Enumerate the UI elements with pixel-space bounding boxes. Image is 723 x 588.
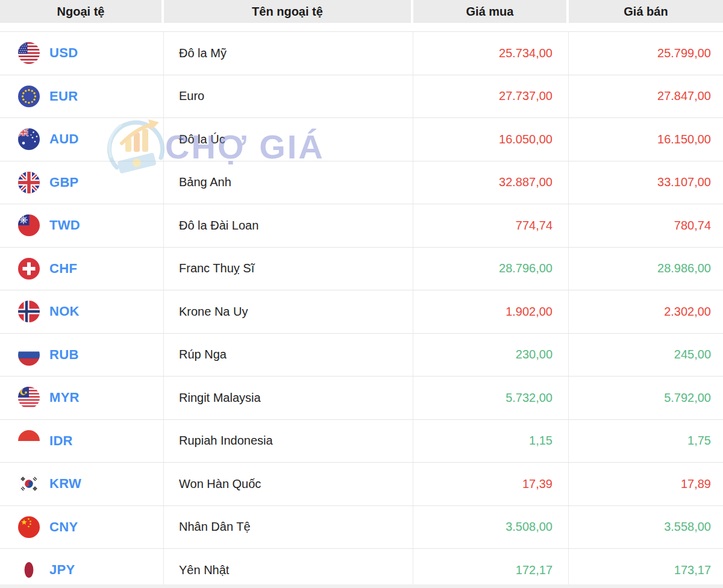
buy-price-cell: 28.796,00 bbox=[413, 248, 569, 290]
sell-price: 16.150,00 bbox=[657, 133, 711, 146]
sell-price: 173,17 bbox=[674, 563, 711, 577]
cny-flag-icon bbox=[18, 516, 40, 538]
currency-cell: USD bbox=[0, 32, 164, 75]
sell-price: 28.986,00 bbox=[657, 261, 711, 275]
gbp-flag-icon bbox=[18, 172, 40, 193]
currency-cell: RUB bbox=[0, 334, 164, 377]
currency-name-cell: Nhân Dân Tệ bbox=[164, 506, 413, 549]
sell-price: 780,74 bbox=[674, 219, 711, 233]
buy-price-cell: 16.050,00 bbox=[413, 118, 569, 161]
sell-price: 1,75 bbox=[687, 434, 711, 448]
currency-code: CHF bbox=[49, 261, 77, 277]
twd-flag-icon bbox=[18, 214, 40, 236]
currency-name-cell: Đô la Mỹ bbox=[164, 32, 413, 75]
currency-name-cell: Yên Nhật bbox=[164, 549, 413, 588]
sell-price: 17,89 bbox=[681, 477, 711, 491]
currency-name: Euro bbox=[179, 89, 204, 103]
sell-price: 2.302,00 bbox=[664, 305, 711, 319]
sell-price: 3.558,00 bbox=[664, 520, 711, 534]
currency-code: IDR bbox=[49, 433, 73, 449]
currency-code: AUD bbox=[49, 131, 79, 147]
table-row: IDR Rupiah Indonesia 1,15 1,75 bbox=[0, 419, 723, 463]
table-row: EUR Euro 27.737,00 27.847,00 bbox=[0, 75, 723, 118]
currency-cell: KRW bbox=[0, 463, 164, 505]
currency-code: MYR bbox=[49, 390, 80, 405]
table-row: NOK Krone Na Uy 1.902,00 2.302,00 bbox=[0, 290, 723, 333]
next-row-sliver bbox=[0, 584, 723, 588]
currency-code: CNY bbox=[49, 519, 78, 535]
currency-name: Đô la Mỹ bbox=[179, 46, 227, 60]
nok-flag-icon bbox=[18, 301, 40, 322]
currency-name-cell: Bảng Anh bbox=[164, 161, 413, 204]
buy-price-cell: 230,00 bbox=[413, 334, 569, 377]
sell-price: 5.792,00 bbox=[664, 391, 711, 405]
sell-price-cell: 3.558,00 bbox=[569, 506, 723, 549]
exchange-rate-table-page: Ngoại tệ Tên ngoại tệ Giá mua Giá bán US… bbox=[0, 0, 723, 588]
sell-price: 27.847,00 bbox=[657, 89, 711, 103]
usd-flag-icon bbox=[18, 42, 40, 64]
currency-name: Won Hàn Quốc bbox=[179, 477, 261, 491]
table-header: Ngoại tệ Tên ngoại tệ Giá mua Giá bán bbox=[0, 0, 723, 23]
currency-cell: TWD bbox=[0, 204, 164, 247]
currency-code: KRW bbox=[49, 476, 81, 492]
buy-price-cell: 774,74 bbox=[413, 204, 569, 247]
currency-name: Nhân Dân Tệ bbox=[179, 520, 251, 534]
buy-price: 1.902,00 bbox=[505, 305, 552, 319]
table-row: KRW Won Hàn Quốc 17,39 17,89 bbox=[0, 462, 723, 505]
buy-price-cell: 32.887,00 bbox=[413, 161, 569, 204]
buy-price-cell: 17,39 bbox=[413, 463, 569, 505]
table-row: AUD Đô la Úc 16.050,00 16.150,00 bbox=[0, 117, 723, 161]
column-header-buy-price: Giá mua bbox=[413, 0, 569, 23]
krw-flag-icon bbox=[18, 473, 40, 495]
currency-name: Rúp Nga bbox=[179, 348, 227, 361]
table-row: CNY Nhân Dân Tệ 3.508,00 3.558,00 bbox=[0, 505, 723, 549]
sell-price-cell: 17,89 bbox=[569, 463, 723, 505]
table-row: CHF Franc Thuỵ Sĩ 28.796,00 28.986,00 bbox=[0, 247, 723, 290]
buy-price-cell: 25.734,00 bbox=[413, 32, 569, 75]
buy-price: 230,00 bbox=[516, 348, 552, 361]
buy-price-cell: 172,17 bbox=[413, 549, 569, 588]
sell-price-cell: 1,75 bbox=[569, 420, 723, 463]
sell-price-cell: 173,17 bbox=[569, 549, 723, 588]
buy-price: 25.734,00 bbox=[499, 46, 552, 60]
sell-price-cell: 245,00 bbox=[569, 334, 723, 377]
buy-price: 3.508,00 bbox=[505, 520, 552, 534]
jpy-flag-icon bbox=[18, 559, 40, 581]
currency-code: GBP bbox=[49, 175, 79, 190]
column-header-currency: Ngoại tệ bbox=[0, 0, 164, 23]
table-body: USD Đô la Mỹ 25.734,00 25.799,00 EUR Eur… bbox=[0, 31, 723, 588]
sell-price-cell: 5.792,00 bbox=[569, 377, 723, 419]
currency-name: Đô la Úc bbox=[179, 133, 225, 146]
currency-code: NOK bbox=[49, 304, 80, 319]
buy-price: 16.050,00 bbox=[499, 133, 552, 146]
currency-name-cell: Krone Na Uy bbox=[164, 290, 413, 333]
sell-price-cell: 28.986,00 bbox=[569, 248, 723, 290]
currency-name-cell: Rúp Nga bbox=[164, 334, 413, 377]
currency-code: RUB bbox=[49, 347, 79, 363]
table-row: JPY Yên Nhật 172,17 173,17 bbox=[0, 548, 723, 588]
currency-code: TWD bbox=[49, 217, 80, 233]
currency-name-cell: Rupiah Indonesia bbox=[164, 420, 413, 463]
currency-name-cell: Ringit Malaysia bbox=[164, 377, 413, 419]
currency-name: Đô la Đài Loan bbox=[179, 219, 258, 233]
currency-name-cell: Đô la Úc bbox=[164, 118, 413, 161]
currency-name: Ringit Malaysia bbox=[179, 391, 261, 405]
currency-cell: EUR bbox=[0, 75, 164, 118]
currency-code: EUR bbox=[49, 89, 78, 104]
sell-price-cell: 33.107,00 bbox=[569, 161, 723, 204]
table-row: USD Đô la Mỹ 25.734,00 25.799,00 bbox=[0, 31, 723, 75]
currency-cell: MYR bbox=[0, 377, 164, 419]
buy-price: 32.887,00 bbox=[499, 175, 552, 189]
sell-price: 245,00 bbox=[674, 348, 711, 361]
column-header-sell-price: Giá bán bbox=[569, 0, 723, 23]
currency-name-cell: Won Hàn Quốc bbox=[164, 463, 413, 505]
currency-cell: AUD bbox=[0, 118, 164, 161]
sell-price-cell: 25.799,00 bbox=[569, 32, 723, 75]
currency-name: Yên Nhật bbox=[179, 563, 229, 577]
buy-price: 17,39 bbox=[522, 477, 552, 491]
currency-name-cell: Euro bbox=[164, 75, 413, 118]
currency-cell: JPY bbox=[0, 549, 164, 588]
currency-cell: CNY bbox=[0, 506, 164, 549]
eur-flag-icon bbox=[18, 86, 40, 107]
sell-price-cell: 16.150,00 bbox=[569, 118, 723, 161]
